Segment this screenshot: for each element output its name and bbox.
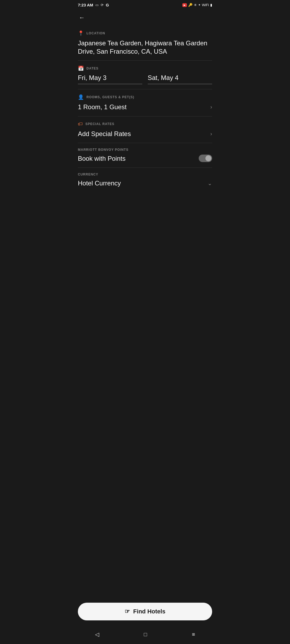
status-time: 7:23 AM: [78, 3, 93, 7]
rooms-row[interactable]: 1 Room, 1 Guest ›: [78, 103, 212, 111]
toggle-knob: [205, 155, 211, 161]
currency-chevron-icon: ⌄: [208, 180, 212, 186]
bonvoy-value: Book with Points: [78, 154, 125, 163]
dates-label-row: DATES: [78, 65, 212, 71]
record-icon: ▶: [182, 3, 187, 7]
location-label-row: LOCATION: [78, 30, 212, 36]
bonvoy-toggle[interactable]: [199, 155, 212, 162]
dates-row: Fri, May 3 Sat, May 4: [78, 74, 212, 84]
nav-home-button[interactable]: □: [137, 629, 154, 640]
dates-section: DATES Fri, May 3 Sat, May 4: [78, 61, 212, 89]
dates-label: DATES: [86, 67, 99, 70]
check-out-col[interactable]: Sat, May 4: [148, 74, 212, 84]
location-section: LOCATION Japanese Tea Garden, Hagiwara T…: [78, 25, 212, 61]
rooms-value: 1 Room, 1 Guest: [78, 103, 126, 111]
calendar-icon: [78, 65, 84, 71]
signal-icon: ✦: [198, 3, 201, 7]
bonvoy-toggle-row: Book with Points: [78, 154, 212, 163]
special-rates-label-row: SPECIAL RATES: [78, 121, 212, 127]
status-bar: 7:23 AM ▭ ⟳ G ▶ 🔑 ✳ ✦ WiFi ▮: [73, 0, 218, 9]
back-header: ←: [73, 9, 218, 25]
currency-label-row: CURRENCY: [78, 173, 212, 176]
status-right: ▶ 🔑 ✳ ✦ WiFi ▮: [182, 3, 212, 7]
back-button[interactable]: ←: [78, 13, 86, 22]
nav-menu-button[interactable]: ≡: [186, 629, 202, 640]
find-hotels-button[interactable]: ☞ Find Hotels: [78, 603, 212, 620]
key-icon: 🔑: [188, 3, 193, 7]
currency-section[interactable]: CURRENCY Hotel Currency ⌄: [78, 168, 212, 192]
currency-label: CURRENCY: [78, 173, 98, 176]
currency-row[interactable]: Hotel Currency ⌄: [78, 179, 212, 187]
tag-icon: [78, 121, 83, 127]
bonvoy-label-row: MARRIOTT BONVOY POINTS: [78, 148, 212, 152]
special-rates-label: SPECIAL RATES: [85, 122, 114, 126]
hand-cursor-icon: ☞: [125, 608, 130, 615]
currency-value: Hotel Currency: [78, 179, 121, 187]
battery-icon: ▮: [210, 3, 212, 7]
bonvoy-section: MARRIOTT BONVOY POINTS Book with Points: [78, 143, 212, 168]
find-hotels-label: Find Hotels: [133, 608, 165, 615]
special-rates-chevron-icon: ›: [210, 131, 212, 137]
special-rates-value: Add Special Rates: [78, 130, 131, 138]
location-icon: [78, 30, 84, 36]
video-icon: ▭: [95, 3, 99, 7]
check-in-date: Fri, May 3: [78, 74, 107, 81]
check-out-date: Sat, May 4: [148, 74, 179, 81]
special-rates-row[interactable]: Add Special Rates ›: [78, 130, 212, 138]
status-left: 7:23 AM ▭ ⟳ G: [78, 3, 109, 7]
person-icon: [78, 94, 84, 100]
location-value[interactable]: Japanese Tea Garden, Hagiwara Tea Garden…: [78, 39, 212, 56]
content-area: LOCATION Japanese Tea Garden, Hagiwara T…: [73, 25, 218, 596]
bluetooth-icon: ✳: [194, 3, 197, 7]
rooms-label: ROOMS, GUESTS & PET(S): [86, 95, 134, 99]
check-in-col[interactable]: Fri, May 3: [78, 74, 142, 84]
location-label: LOCATION: [86, 31, 105, 35]
google-icon: G: [106, 3, 109, 7]
rooms-section[interactable]: ROOMS, GUESTS & PET(S) 1 Room, 1 Guest ›: [78, 89, 212, 116]
wifi-icon: WiFi: [202, 3, 209, 7]
rooms-label-row: ROOMS, GUESTS & PET(S): [78, 94, 212, 100]
nav-bar: ◁ □ ≡: [73, 626, 218, 644]
special-rates-section[interactable]: SPECIAL RATES Add Special Rates ›: [78, 116, 212, 143]
bonvoy-label: MARRIOTT BONVOY POINTS: [78, 148, 128, 152]
find-hotels-area: ☞ Find Hotels: [73, 596, 218, 626]
rooms-chevron-icon: ›: [210, 104, 212, 110]
nav-back-button[interactable]: ◁: [89, 629, 106, 640]
rotate-icon: ⟳: [101, 3, 104, 7]
